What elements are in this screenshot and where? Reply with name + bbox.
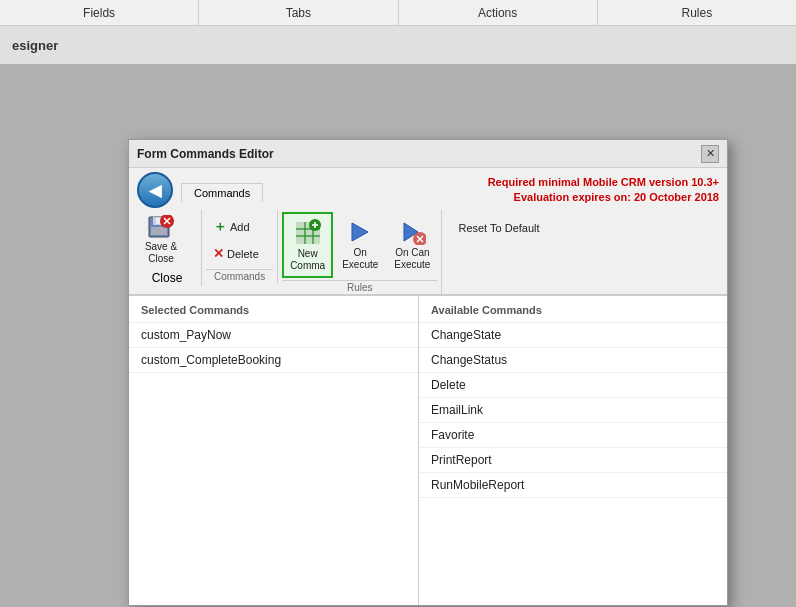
list-item[interactable]: PrintReport: [419, 448, 727, 473]
on-execute-label: OnExecute: [342, 247, 378, 271]
rules-group-label: Rules: [282, 280, 437, 294]
list-item[interactable]: ChangeStatus: [419, 348, 727, 373]
new-comma-button[interactable]: NewComma: [282, 212, 333, 278]
dialog-titlebar: Form Commands Editor ✕: [129, 140, 727, 168]
new-comma-label: NewComma: [290, 248, 325, 272]
selected-commands-panel: Selected Commands custom_PayNow custom_C…: [129, 296, 419, 605]
list-item[interactable]: ChangeState: [419, 323, 727, 348]
tab-fields[interactable]: Fields: [0, 0, 199, 25]
back-button[interactable]: ◀: [137, 172, 173, 208]
delete-button[interactable]: ✕ Delete: [206, 242, 266, 265]
available-commands-header: Available Commands: [419, 296, 727, 323]
tab-actions[interactable]: Actions: [399, 0, 598, 25]
on-execute-button[interactable]: OnExecute: [335, 212, 385, 278]
on-can-execute-button[interactable]: On CanExecute: [387, 212, 437, 278]
tab-tabs[interactable]: Tabs: [199, 0, 398, 25]
save-close-button[interactable]: Save &Close: [137, 210, 185, 270]
svg-rect-2: [151, 227, 167, 235]
list-item[interactable]: EmailLink: [419, 398, 727, 423]
ribbon: ◀ Commands Required minimal Mobile CRM v…: [129, 168, 727, 295]
selected-commands-header: Selected Commands: [129, 296, 418, 323]
list-item[interactable]: RunMobileReport: [419, 473, 727, 498]
tab-commands[interactable]: Commands: [181, 183, 263, 202]
on-can-execute-label: On CanExecute: [394, 247, 430, 271]
dialog-title: Form Commands Editor: [137, 147, 274, 161]
list-item[interactable]: custom_CompleteBooking: [129, 348, 418, 373]
list-item[interactable]: Delete: [419, 373, 727, 398]
designer-label: esigner: [0, 28, 70, 63]
dialog: Form Commands Editor ✕ ◀ Commands Requir…: [128, 139, 728, 606]
dialog-close-button[interactable]: ✕: [701, 145, 719, 163]
add-button[interactable]: ＋ Add: [206, 214, 266, 240]
list-item[interactable]: custom_PayNow: [129, 323, 418, 348]
save-close-label: Save &Close: [145, 241, 177, 265]
available-commands-panel: Available Commands ChangeState ChangeSta…: [419, 296, 727, 605]
tab-rules[interactable]: Rules: [598, 0, 796, 25]
list-item[interactable]: Favorite: [419, 423, 727, 448]
close-group-label: Close: [137, 270, 197, 286]
content-area: Selected Commands custom_PayNow custom_C…: [129, 295, 727, 605]
svg-rect-3: [156, 218, 160, 224]
top-bar: Fields Tabs Actions Rules: [0, 0, 796, 26]
svg-marker-16: [352, 223, 368, 241]
reset-to-default-label: Reset To Default: [458, 222, 539, 234]
reset-to-default-button[interactable]: Reset To Default: [450, 218, 547, 238]
commands-group-label: Commands: [206, 269, 273, 283]
required-notice: Required minimal Mobile CRM version 10.3…: [488, 173, 719, 208]
